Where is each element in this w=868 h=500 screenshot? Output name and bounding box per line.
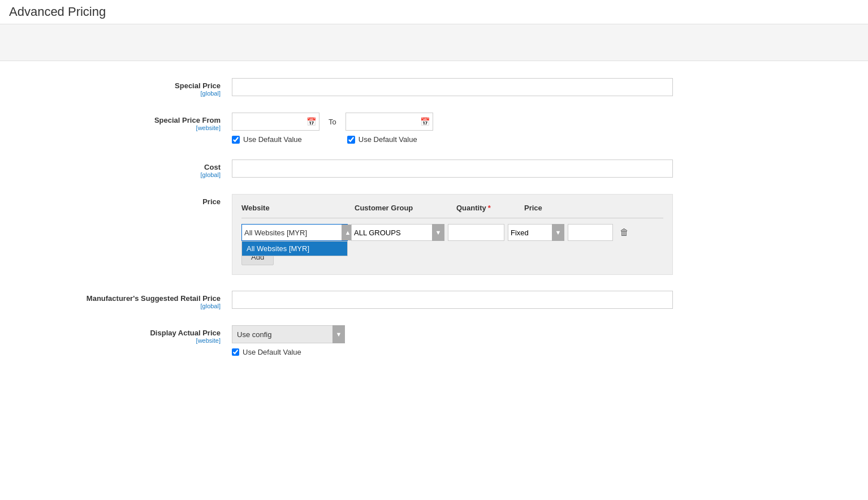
date-from-wrap: 📅 <box>232 113 319 131</box>
msrp-row: Manufacturer's Suggested Retail Price [g… <box>0 291 868 309</box>
use-default-to-checkbox[interactable] <box>347 136 355 144</box>
delete-row-button[interactable]: 🗑 <box>616 225 632 240</box>
special-price-from-label: Special Price From [website] <box>11 113 232 131</box>
required-star: * <box>488 204 491 212</box>
customer-group-wrap: ALL GROUPS ▼ <box>351 224 444 241</box>
use-default-display-checkbox[interactable] <box>232 348 239 356</box>
col-customer-group-header: Customer Group <box>355 204 456 212</box>
use-default-from-label: Use Default Value <box>243 135 302 144</box>
use-default-display-label: Use Default Value <box>243 348 301 356</box>
special-price-input[interactable] <box>232 78 673 96</box>
price-table-header: Website Customer Group Quantity* Price <box>241 204 663 218</box>
website-dropdown-list: All Websites [MYR] <box>241 241 348 256</box>
price-field: Website Customer Group Quantity* Price ▲ <box>232 194 857 275</box>
special-price-field <box>232 78 857 96</box>
col-quantity-header: Quantity* <box>456 204 524 212</box>
use-default-to: Use Default Value <box>347 135 417 144</box>
msrp-label: Manufacturer's Suggested Retail Price [g… <box>11 291 232 309</box>
price-type-select[interactable]: Fixed Discount <box>508 224 564 241</box>
date-row: 📅 To 📅 <box>232 113 857 131</box>
display-select-wrap: Use config ▼ <box>232 325 345 343</box>
website-dropdown-wrap: ▲ All Websites [MYR] <box>241 224 348 241</box>
website-dropdown-shown[interactable]: ▲ <box>241 224 348 241</box>
customer-group-select[interactable]: ALL GROUPS <box>351 224 444 241</box>
msrp-input[interactable] <box>232 291 673 309</box>
content-area: Special Price [global] Special Price Fro… <box>0 61 868 389</box>
website-option-all-myr[interactable]: All Websites [MYR] <box>242 242 347 256</box>
price-type-wrap: Fixed Discount ▼ <box>508 224 564 241</box>
toolbar-area <box>0 24 868 61</box>
to-label: To <box>329 118 336 126</box>
quantity-input[interactable] <box>448 224 504 241</box>
display-actual-price-select[interactable]: Use config <box>232 325 345 343</box>
display-actual-price-label: Display Actual Price [website] <box>11 325 232 344</box>
use-default-display: Use Default Value <box>232 348 857 356</box>
page-title: Advanced Pricing <box>0 0 868 24</box>
col-price-header: Price <box>524 204 615 212</box>
calendar-from-icon[interactable]: 📅 <box>306 117 316 126</box>
date-to-wrap: 📅 <box>346 113 433 131</box>
special-price-from-row: Special Price From [website] 📅 To 📅 Use … <box>0 113 868 144</box>
price-value-input[interactable] <box>568 224 613 241</box>
col-website-header: Website <box>241 204 355 212</box>
price-row: Price Website Customer Group Quantity* P… <box>0 194 868 275</box>
cost-row: Cost [global] <box>0 160 868 178</box>
use-default-from: Use Default Value <box>232 135 302 144</box>
use-default-from-checkbox[interactable] <box>232 136 240 144</box>
default-value-pair: Use Default Value Use Default Value <box>232 131 857 144</box>
website-dropdown-input[interactable] <box>242 229 342 237</box>
table-row: ▲ All Websites [MYR] ALL GROUPS ▼ <box>241 218 663 241</box>
cost-input[interactable] <box>232 160 673 178</box>
cost-label: Cost [global] <box>11 160 232 178</box>
cost-field <box>232 160 857 178</box>
use-default-to-label: Use Default Value <box>359 135 417 144</box>
calendar-to-icon[interactable]: 📅 <box>420 117 430 126</box>
price-label: Price <box>11 194 232 206</box>
msrp-field <box>232 291 857 309</box>
price-table: Website Customer Group Quantity* Price ▲ <box>232 194 673 275</box>
special-price-row: Special Price [global] <box>0 78 868 97</box>
display-actual-price-field: Use config ▼ Use Default Value <box>232 325 857 356</box>
display-actual-price-row: Display Actual Price [website] Use confi… <box>0 325 868 356</box>
special-price-label: Special Price [global] <box>11 78 232 97</box>
special-price-from-field: 📅 To 📅 Use Default Value Use Default Val… <box>232 113 857 144</box>
